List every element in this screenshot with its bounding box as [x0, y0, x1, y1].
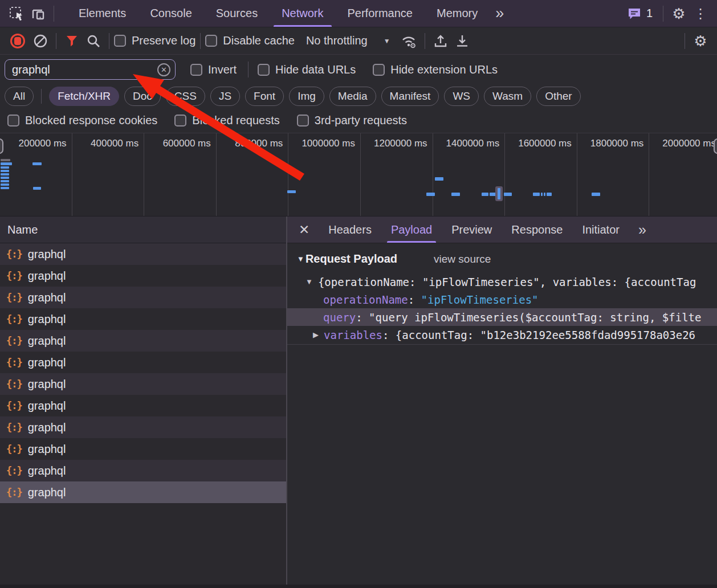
import-har-button[interactable]: [430, 30, 451, 52]
network-settings-button[interactable]: ⚙: [690, 30, 711, 52]
waterfall-bar: [504, 193, 512, 196]
request-row[interactable]: {:}graphql: [0, 308, 286, 330]
device-toolbar-button[interactable]: [27, 3, 49, 24]
chip-js[interactable]: JS: [210, 87, 240, 106]
export-har-button[interactable]: [451, 30, 473, 52]
settings-button[interactable]: ⚙: [668, 3, 690, 24]
record-network-log-button[interactable]: [10, 34, 25, 48]
tree-collapsed-caret-icon[interactable]: ▶: [313, 330, 319, 339]
detail-tab-headers[interactable]: Headers: [319, 217, 381, 243]
request-row[interactable]: {:}graphql: [0, 287, 286, 308]
waterfall-bar: [32, 162, 42, 165]
detail-tab-initiator[interactable]: Initiator: [572, 217, 629, 243]
filter-toggle-button[interactable]: [61, 30, 83, 52]
request-row[interactable]: {:}graphql: [0, 481, 286, 503]
hide-data-urls-checkbox[interactable]: Hide data URLs: [258, 63, 356, 76]
request-row[interactable]: {:}graphql: [0, 330, 286, 352]
overview-right-handle[interactable]: [714, 138, 717, 154]
request-row[interactable]: {:}graphql: [0, 395, 286, 416]
invert-checkbox[interactable]: Invert: [190, 63, 237, 76]
request-row[interactable]: {:}graphql: [0, 438, 286, 460]
network-conditions-button[interactable]: [398, 30, 420, 52]
tab-sources[interactable]: Sources: [204, 0, 270, 27]
payload-line[interactable]: ▼{operationName: "ipFlowTimeseries", var…: [287, 273, 717, 291]
request-details-panel: ✕ HeadersPayloadPreviewResponseInitiator…: [287, 217, 717, 588]
tab-performance[interactable]: Performance: [336, 0, 425, 27]
waterfall-bar: [482, 193, 488, 196]
overview-left-handle[interactable]: [0, 138, 3, 154]
overview-column: 1200000 ms: [361, 133, 433, 216]
request-row[interactable]: {:}graphql: [0, 460, 286, 481]
filter-input[interactable]: [12, 63, 157, 76]
chip-font[interactable]: Font: [245, 87, 284, 106]
divider: [109, 33, 109, 49]
disable-cache-checkbox[interactable]: Disable cache: [205, 34, 295, 47]
detail-tab-payload[interactable]: Payload: [381, 217, 442, 243]
chip-media[interactable]: Media: [329, 87, 376, 106]
chip-img[interactable]: Img: [289, 87, 324, 106]
waterfall-bar: [1, 183, 9, 186]
close-details-button[interactable]: ✕: [290, 223, 319, 236]
xhr-braces-icon: {:}: [6, 335, 22, 346]
chip-fetch-xhr[interactable]: Fetch/XHR: [49, 87, 119, 106]
request-row[interactable]: {:}graphql: [0, 265, 286, 287]
clear-network-log-button[interactable]: [30, 30, 51, 52]
checkbox-icon: [258, 64, 270, 76]
chip-all[interactable]: All: [5, 87, 34, 106]
overview-tick-label: 400000 ms: [72, 133, 144, 149]
inspect-element-button[interactable]: [6, 3, 27, 24]
payload-line[interactable]: query: "query ipFlowTimeseries($accountT…: [287, 308, 717, 326]
request-row[interactable]: {:}graphql: [0, 243, 286, 265]
detail-tab-preview[interactable]: Preview: [442, 217, 502, 243]
hide-extension-urls-checkbox[interactable]: Hide extension URLs: [373, 63, 498, 76]
tab-network[interactable]: Network: [270, 0, 335, 27]
panel-tab-strip: ElementsConsoleSourcesNetworkPerformance…: [67, 0, 490, 27]
checkbox-icon: [373, 64, 385, 76]
tab-console[interactable]: Console: [138, 0, 203, 27]
checkbox-3rd-party-requests[interactable]: 3rd-party requests: [297, 114, 407, 127]
customize-menu-button[interactable]: ⋮: [690, 3, 711, 24]
payload-line[interactable]: operationName: "ipFlowTimeseries": [287, 291, 717, 308]
network-toolbar: Preserve log Disable cache No throttling…: [0, 27, 717, 55]
double-chevron-icon: »: [638, 222, 646, 238]
chip-manifest[interactable]: Manifest: [381, 87, 439, 106]
chip-ws[interactable]: WS: [444, 87, 479, 106]
waterfall-bar: [435, 177, 443, 181]
clear-filter-icon[interactable]: ✕: [157, 63, 170, 76]
request-name: graphql: [28, 291, 66, 304]
more-detail-tabs-button[interactable]: »: [633, 223, 652, 237]
tab-elements[interactable]: Elements: [67, 0, 138, 27]
section-collapse-caret-icon[interactable]: ▼: [297, 255, 304, 263]
search-button[interactable]: [83, 30, 104, 52]
tab-memory[interactable]: Memory: [425, 0, 490, 27]
checkbox-blocked-response-cookies[interactable]: Blocked response cookies: [7, 114, 157, 127]
payload-line[interactable]: ▶variables: {accountTag: "b12e3b2192ee55…: [287, 326, 717, 344]
xhr-braces-icon: {:}: [6, 422, 22, 433]
name-column-header[interactable]: Name: [0, 217, 286, 243]
request-list-panel: Name {:}graphql{:}graphql{:}graphql{:}gr…: [0, 217, 286, 588]
more-panels-button[interactable]: »: [490, 6, 510, 21]
request-row[interactable]: {:}graphql: [0, 416, 286, 438]
waterfall-bar: [541, 193, 543, 196]
request-row[interactable]: {:}graphql: [0, 352, 286, 373]
detail-tab-strip: HeadersPayloadPreviewResponseInitiator: [319, 217, 629, 243]
request-row[interactable]: {:}graphql: [0, 373, 286, 395]
chip-wasm[interactable]: Wasm: [484, 87, 531, 106]
tree-expanded-caret-icon[interactable]: ▼: [305, 277, 313, 286]
chip-doc[interactable]: Doc: [124, 87, 161, 106]
request-name: graphql: [28, 270, 66, 283]
payload-section-title: Request Payload: [305, 252, 397, 266]
detail-tab-response[interactable]: Response: [502, 217, 572, 243]
chip-other[interactable]: Other: [536, 87, 581, 106]
preserve-log-checkbox[interactable]: Preserve log: [114, 34, 195, 47]
network-overview[interactable]: 200000 ms400000 ms600000 ms800000 ms1000…: [0, 133, 717, 217]
checkbox-blocked-requests[interactable]: Blocked requests: [174, 114, 279, 127]
throttling-dropdown[interactable]: No throttling ▼: [306, 34, 390, 47]
waterfall-bar: [1, 173, 9, 175]
overview-column: 800000 ms: [217, 133, 289, 216]
network-toggles: Blocked response cookiesBlocked requests…: [0, 108, 717, 133]
console-messages-button[interactable]: 1: [621, 7, 658, 21]
view-source-link[interactable]: view source: [434, 253, 491, 266]
chip-css[interactable]: CSS: [166, 87, 205, 106]
overview-tick-label: 1200000 ms: [361, 133, 433, 149]
